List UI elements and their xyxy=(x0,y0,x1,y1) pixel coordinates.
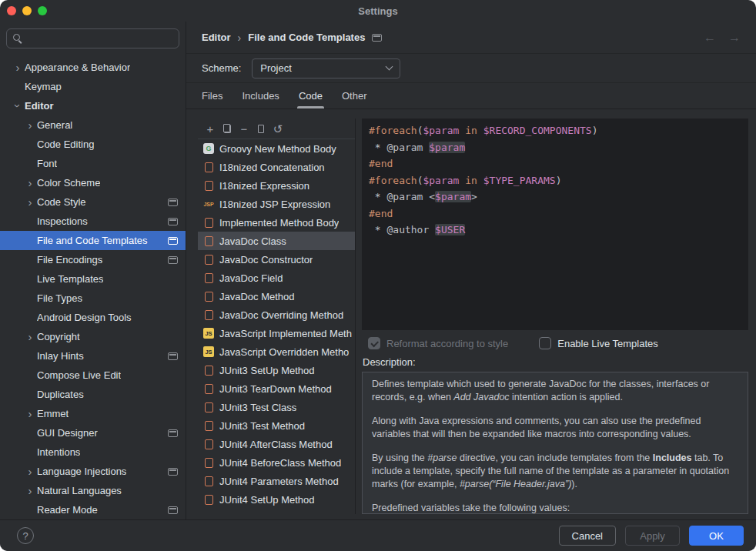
template-item-junit4-setup-method[interactable]: JUnit4 SetUp Method xyxy=(198,490,355,509)
sidebar-item-editor[interactable]: ›Editor xyxy=(0,96,186,115)
sidebar-item-appearance-behavior[interactable]: ›Appearance & Behavior xyxy=(0,58,186,77)
tab-other[interactable]: Other xyxy=(342,83,367,109)
chevron-right-icon[interactable]: › xyxy=(23,119,37,131)
breadcrumb-editor[interactable]: Editor xyxy=(202,32,231,43)
template-item-javascript-implemented-meth[interactable]: JSJavaScript Implemented Meth xyxy=(198,324,355,342)
sidebar-item-natural-languages[interactable]: ›Natural Languages xyxy=(0,481,186,500)
sidebar-item-color-scheme[interactable]: ›Color Scheme xyxy=(0,173,186,192)
sidebar-item-compose-live-edit[interactable]: Compose Live Edit xyxy=(0,366,186,385)
code-token: * @param < xyxy=(369,191,435,202)
apply-button[interactable]: Apply xyxy=(625,526,680,546)
sidebar-item-file-and-code-templates[interactable]: File and Code Templates xyxy=(0,231,186,250)
sidebar-item-file-types[interactable]: File Types xyxy=(0,289,186,308)
template-item-javascript-overridden-metho[interactable]: JSJavaScript Overridden Metho xyxy=(198,342,355,361)
groovy-file-icon: G xyxy=(203,143,214,154)
zoom-window-button[interactable] xyxy=(38,6,47,15)
sidebar-item-file-encodings[interactable]: File Encodings xyxy=(0,250,186,269)
sidebar-item-label: File and Code Templates xyxy=(37,235,148,246)
chevron-right-icon[interactable]: › xyxy=(23,177,37,189)
code-token: in xyxy=(465,125,477,136)
ok-button[interactable]: OK xyxy=(689,526,744,546)
sidebar-item-copyright[interactable]: ›Copyright xyxy=(0,327,186,346)
sidebar-item-label: Emmet xyxy=(37,408,69,419)
template-item-junit4-beforeclass-method[interactable]: JUnit4 BeforeClass Method xyxy=(198,453,355,472)
help-button[interactable]: ? xyxy=(17,527,34,544)
sidebar-item-emmet[interactable]: ›Emmet xyxy=(0,404,186,423)
template-item-junit3-test-class[interactable]: JUnit3 Test Class xyxy=(198,398,355,416)
sidebar-item-label: Code Style xyxy=(37,196,86,208)
template-item-junit4-afterclass-method[interactable]: JUnit4 AfterClass Method xyxy=(198,435,355,453)
sidebar-item-inspections[interactable]: Inspections xyxy=(0,212,186,231)
template-item-label: JUnit4 AfterClass Method xyxy=(219,439,333,450)
template-code-editor[interactable]: #foreach($param in $RECORD_COMPONENTS) *… xyxy=(362,119,748,330)
forward-arrow-button[interactable]: → xyxy=(728,31,741,45)
tab-includes[interactable]: Includes xyxy=(242,83,279,109)
template-item-implemented-method-body[interactable]: Implemented Method Body xyxy=(198,213,355,232)
settings-search-input[interactable] xyxy=(27,33,172,45)
chevron-right-icon[interactable]: › xyxy=(23,408,37,419)
scheme-select[interactable]: Project xyxy=(252,58,400,78)
sidebar-item-label: Copyright xyxy=(37,331,80,342)
template-item-javadoc-overriding-method[interactable]: JavaDoc Overriding Method xyxy=(198,306,355,324)
sidebar-item-reader-mode[interactable]: Reader Mode xyxy=(0,500,186,519)
back-arrow-button[interactable]: ← xyxy=(704,31,716,45)
template-item-i18nized-expression[interactable]: I18nized Expression xyxy=(198,176,355,195)
chevron-down-icon[interactable]: › xyxy=(12,99,24,113)
template-item-javadoc-class[interactable]: JavaDoc Class xyxy=(198,232,355,250)
sidebar-item-keymap[interactable]: Keymap xyxy=(0,77,186,96)
sidebar-item-intentions[interactable]: Intentions xyxy=(0,442,186,462)
reformat-checkbox[interactable]: Reformat according to style xyxy=(368,337,508,349)
sidebar-item-inlay-hints[interactable]: Inlay Hints xyxy=(0,346,186,366)
remove-template-button[interactable]: − xyxy=(236,120,253,137)
cancel-button[interactable]: Cancel xyxy=(559,526,616,546)
reformat-label: Reformat according to style xyxy=(386,338,508,349)
sidebar-item-language-injections[interactable]: ›Language Injections xyxy=(0,462,186,481)
template-item-javadoc-method[interactable]: JavaDoc Method xyxy=(198,287,355,306)
template-item-i18nized-jsp-expression[interactable]: JSPI18nized JSP Expression xyxy=(198,195,355,213)
template-file-icon xyxy=(203,420,214,431)
copy-template-button[interactable] xyxy=(219,120,236,137)
sidebar-item-code-style[interactable]: ›Code Style xyxy=(0,192,186,212)
chevron-right-icon[interactable]: › xyxy=(23,466,37,477)
template-item-junit3-test-method[interactable]: JUnit3 Test Method xyxy=(198,416,355,435)
screen-badge-icon xyxy=(168,218,178,225)
close-window-button[interactable] xyxy=(7,6,16,15)
tab-files[interactable]: Files xyxy=(202,83,222,109)
template-item-junit3-teardown-method[interactable]: JUnit3 TearDown Method xyxy=(198,379,355,398)
template-item-javadoc-constructor[interactable]: JavaDoc Constructor xyxy=(198,250,355,269)
settings-sidebar: ›Appearance & BehaviorKeymap›Editor›Gene… xyxy=(0,22,186,519)
template-item-javadoc-field[interactable]: JavaDoc Field xyxy=(198,269,355,287)
add-template-button[interactable]: + xyxy=(202,120,219,137)
chevron-right-icon[interactable]: › xyxy=(11,62,25,73)
js-file-icon: JS xyxy=(203,328,214,339)
sidebar-item-gui-designer[interactable]: GUI Designer xyxy=(0,423,186,442)
sidebar-item-label: File Types xyxy=(37,292,82,304)
sidebar-item-duplicates[interactable]: Duplicates xyxy=(0,385,186,404)
settings-search-box[interactable] xyxy=(6,28,179,48)
chevron-right-icon[interactable]: › xyxy=(23,331,37,342)
minimize-window-button[interactable] xyxy=(22,6,32,15)
sidebar-item-font[interactable]: Font xyxy=(0,154,186,173)
tab-code[interactable]: Code xyxy=(299,83,323,109)
sidebar-item-android-design-tools[interactable]: Android Design Tools xyxy=(0,308,186,327)
template-item-junit3-setup-method[interactable]: JUnit3 SetUp Method xyxy=(198,361,355,379)
chevron-right-icon[interactable]: › xyxy=(23,485,37,496)
sidebar-item-label: Compose Live Edit xyxy=(37,369,121,381)
sidebar-item-code-editing[interactable]: Code Editing xyxy=(0,135,186,154)
template-item-junit4-parameters-method[interactable]: JUnit4 Parameters Method xyxy=(198,472,355,490)
description-box[interactable]: Defines template which used to generate … xyxy=(362,372,748,514)
sidebar-item-label: File Encodings xyxy=(37,254,102,265)
sidebar-item-label: Duplicates xyxy=(37,389,84,400)
template-item-i18nized-concatenation[interactable]: I18nized Concatenation xyxy=(198,158,355,176)
sidebar-item-general[interactable]: ›General xyxy=(0,115,186,135)
sidebar-item-live-templates[interactable]: Live Templates xyxy=(0,269,186,289)
revert-template-button[interactable]: ↺ xyxy=(269,120,286,137)
template-item-groovy-new-method-body[interactable]: GGroovy New Method Body xyxy=(198,139,355,158)
template-file-icon xyxy=(203,383,214,394)
enable-live-templates-checkbox[interactable]: Enable Live Templates xyxy=(539,337,658,349)
code-line: #foreach($param in $RECORD_COMPONENTS) xyxy=(369,122,741,139)
template-item-label: Groovy New Method Body xyxy=(219,143,336,155)
duplicate-template-button[interactable] xyxy=(253,120,269,137)
chevron-right-icon[interactable]: › xyxy=(23,196,37,208)
description-label: Description: xyxy=(363,356,748,368)
